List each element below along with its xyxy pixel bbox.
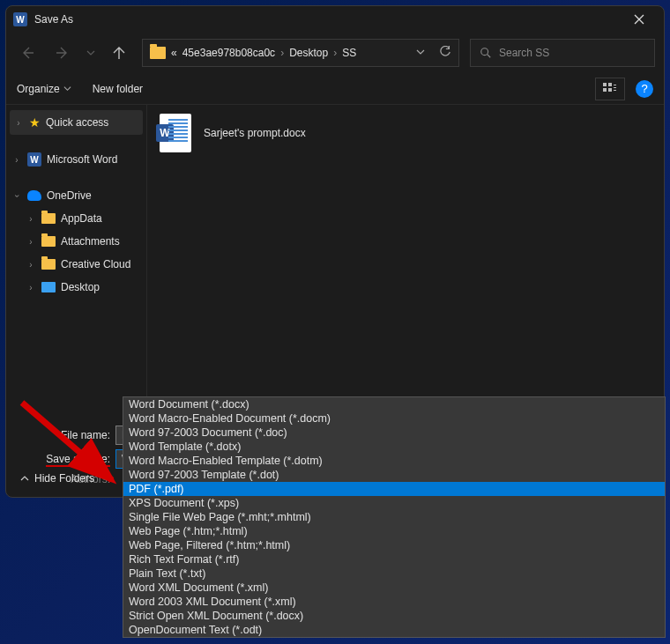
path-prefix: « [171,47,177,59]
savetype-option[interactable]: Web Page (*.htm;*.html) [123,524,665,538]
path-segment[interactable]: 45e3ae978b08ca0c [182,47,275,59]
sidebar-item-attachments[interactable]: › Attachments [6,230,146,253]
path-segment[interactable]: Desktop [289,47,328,59]
recent-dropdown[interactable] [86,41,96,65]
savetype-option[interactable]: Plain Text (*.txt) [123,566,665,581]
onedrive-icon [27,190,41,201]
path-segment[interactable]: SS [342,47,356,59]
close-icon [634,14,644,25]
docx-file-icon: W [160,114,191,152]
save-as-dialog: W Save As « 45e3ae978b08ca0c › Desktop ›… [5,5,665,498]
sidebar-item-label: Desktop [61,281,100,293]
chevron-down-icon[interactable]: › [12,190,22,201]
savetype-option[interactable]: OpenDocument Text (*.odt) [123,623,665,637]
savetype-option[interactable]: Word XML Document (*.xml) [123,581,665,595]
folder-icon [41,213,56,224]
sidebar-item-label: Attachments [61,235,120,248]
forward-button[interactable] [50,41,75,65]
chevron-right-icon[interactable]: › [26,283,36,292]
desktop-icon [41,282,56,292]
svg-rect-7 [614,90,616,91]
sidebar-item-onedrive[interactable]: › OneDrive [6,184,146,207]
nav-tree: › ★ Quick access › W Microsoft Word › On… [6,105,147,422]
chevron-right-icon[interactable]: › [13,118,24,128]
sidebar-item-microsoft-word[interactable]: › W Microsoft Word [6,147,146,172]
savetype-option[interactable]: Rich Text Format (*.rtf) [123,552,665,566]
up-button[interactable] [107,41,131,65]
toolbar: Organize New folder ? [6,73,664,105]
savetype-option[interactable]: PDF (*.pdf) [123,482,665,496]
chevron-right-icon[interactable]: › [26,214,36,224]
star-icon: ★ [29,115,41,130]
svg-point-0 [481,48,488,56]
body: › ★ Quick access › W Microsoft Word › On… [6,105,664,422]
savetype-option[interactable]: Word 97-2003 Template (*.dot) [123,468,665,482]
chevron-right-icon: › [280,47,284,59]
sidebar-item-label: OneDrive [47,189,92,202]
chevron-up-icon [20,474,29,483]
new-folder-button[interactable]: New folder [93,83,143,95]
savetype-option[interactable]: Word 2003 XML Document (*.xml) [123,595,665,609]
close-button[interactable] [622,6,657,33]
folder-icon [150,47,166,59]
sidebar-item-label: Microsoft Word [47,153,117,166]
refresh-icon [439,46,451,58]
view-mode-button[interactable] [595,78,625,100]
savetype-option[interactable]: Strict Open XML Document (*.docx) [123,609,665,623]
sidebar-item-desktop[interactable]: › Desktop [6,276,146,299]
filename-label: File name: [15,429,115,441]
savetype-label: Save as type: [15,453,115,465]
chevron-down-icon [416,48,425,56]
nav-row: « 45e3ae978b08ca0c › Desktop › SS Search… [6,33,664,73]
svg-rect-2 [608,83,612,86]
chevron-right-icon[interactable]: › [26,237,36,247]
sidebar-item-appdata[interactable]: › AppData [6,207,146,230]
arrow-right-icon [56,46,70,60]
word-icon: W [27,152,41,167]
search-input[interactable]: Search SS [470,39,655,67]
chevron-right-icon[interactable]: › [11,155,22,165]
savetype-option[interactable]: Single File Web Page (*.mht;*.mhtml) [123,510,665,524]
titlebar: W Save As [6,6,664,33]
svg-rect-1 [603,83,607,86]
savetype-option[interactable]: Word Macro-Enabled Template (*.dotm) [123,454,665,468]
search-icon [480,47,492,59]
sidebar-item-label: Creative Cloud [61,258,130,270]
svg-rect-3 [603,88,607,92]
sidebar-item-quick-access[interactable]: › ★ Quick access [10,110,143,135]
dialog-title: Save As [34,13,622,26]
svg-rect-5 [614,85,616,85]
back-button[interactable] [15,41,40,65]
savetype-option[interactable]: XPS Document (*.xps) [123,496,665,510]
savetype-option[interactable]: Word Template (*.dotx) [123,440,665,454]
file-list[interactable]: W Sarjeet's prompt.docx [147,105,664,422]
word-app-icon: W [13,12,27,26]
savetype-option[interactable]: Word 97-2003 Document (*.doc) [123,426,665,440]
sidebar-item-label: AppData [61,212,102,225]
chevron-right-icon: › [333,47,337,59]
chevron-right-icon[interactable]: › [26,260,36,270]
folder-icon [41,236,56,247]
savetype-option[interactable]: Word Macro-Enabled Document (*.docm) [123,411,665,426]
svg-rect-4 [608,88,612,92]
address-dropdown[interactable] [416,47,425,59]
sidebar-item-creative-cloud[interactable]: › Creative Cloud [6,253,146,276]
sidebar-item-label: Quick access [46,116,108,129]
chevron-down-icon [63,85,71,93]
savetype-option[interactable]: Word Document (*.docx) [123,397,665,411]
savetype-options-list: Word Document (*.docx)Word Macro-Enabled… [123,396,666,638]
file-name: Sarjeet's prompt.docx [204,127,306,139]
file-item[interactable]: W Sarjeet's prompt.docx [160,114,651,152]
refresh-button[interactable] [439,46,451,61]
arrow-left-icon [20,46,34,60]
hide-folders-toggle[interactable]: Hide Folders [15,470,100,486]
chevron-down-icon [86,48,95,57]
folder-icon [41,259,56,270]
search-placeholder: Search SS [499,47,549,59]
help-button[interactable]: ? [636,80,653,98]
organize-menu[interactable]: Organize [17,83,71,95]
arrow-up-icon [112,46,126,60]
view-grid-icon [603,83,617,95]
address-bar[interactable]: « 45e3ae978b08ca0c › Desktop › SS [142,39,459,67]
savetype-option[interactable]: Web Page, Filtered (*.htm;*.html) [123,538,665,552]
